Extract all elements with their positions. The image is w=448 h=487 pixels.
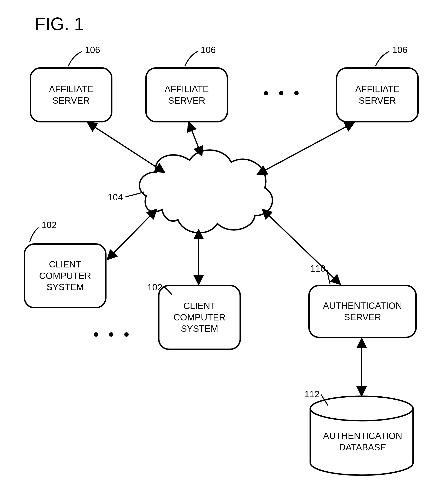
- ref-client-1: 102: [41, 220, 57, 230]
- node-client-1: CLIENT COMPUTER SYSTEM: [24, 243, 106, 308]
- ref-affiliate-server-1: 106: [85, 44, 100, 55]
- ref-auth-db: 112: [304, 389, 320, 399]
- ref-network: 104: [108, 192, 123, 203]
- svg-point-0: [310, 396, 413, 421]
- node-network-label: NETWORK: [190, 186, 236, 197]
- edge-authserver-network: [263, 210, 340, 284]
- node-affiliate-server-2: AFFILIATE SERVER: [145, 67, 228, 123]
- node-client-2: CLIENT COMPUTER SYSTEM: [158, 285, 241, 350]
- figure-title: FIG. 1: [35, 14, 84, 34]
- ref-affiliate-server-2: 106: [200, 44, 216, 55]
- edge-affiliate2-network: [189, 123, 201, 155]
- ref-auth-server: 110: [310, 263, 326, 274]
- node-affiliate-server-1: AFFILIATE SERVER: [30, 67, 112, 123]
- ellipsis-affiliate: [264, 91, 299, 95]
- edge-affiliate1-network: [88, 123, 164, 172]
- diagram-canvas: FIG. 1 AFFILIATE SERVER 106 AFFILIATE SE…: [0, 0, 448, 487]
- ref-affiliate-server-3: 106: [392, 44, 408, 55]
- node-auth-server: AUTHENTICATION SERVER: [308, 285, 417, 338]
- edge-client1-network: [108, 210, 156, 259]
- edge-affiliate3-network: [258, 123, 354, 174]
- node-affiliate-server-3: AFFILIATE SERVER: [336, 67, 419, 123]
- ref-client-2: 102: [147, 282, 162, 293]
- node-auth-db-label: AUTHENTICATION DATABASE: [312, 430, 413, 453]
- ellipsis-clients: [94, 332, 129, 337]
